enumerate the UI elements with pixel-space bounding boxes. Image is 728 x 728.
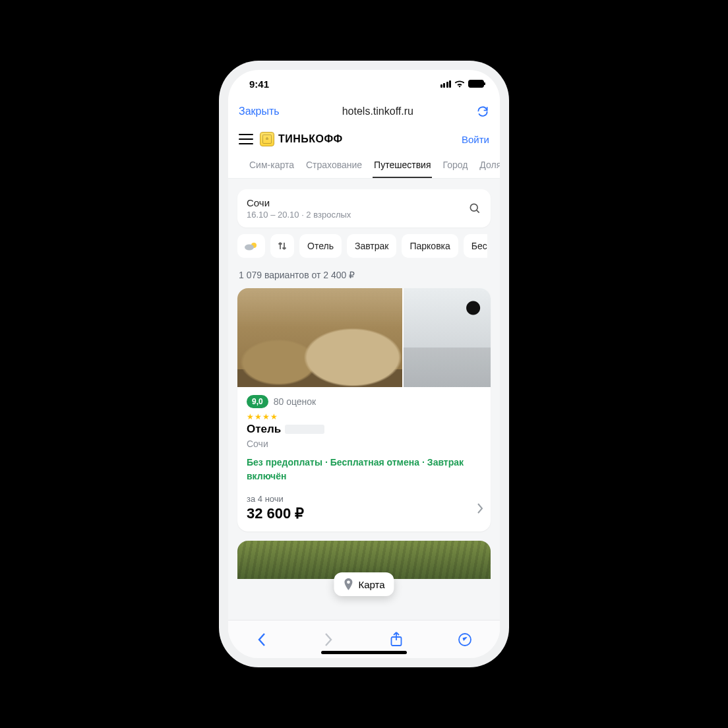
back-icon[interactable]: [256, 632, 268, 647]
hotel-name: Отель: [247, 423, 481, 436]
chip-sort[interactable]: [270, 234, 294, 258]
map-button-label: Карта: [358, 579, 384, 590]
reviews-count: 80 оценок: [274, 396, 317, 407]
rating-badge: 9,0: [247, 395, 268, 408]
status-bar: 9:41: [228, 70, 500, 98]
wifi-icon: [454, 80, 465, 88]
results-count: 1 079 вариантов от 2 400 ₽: [228, 263, 500, 286]
search-icon[interactable]: [468, 202, 481, 215]
tab-city[interactable]: Город: [442, 153, 468, 178]
status-time: 9:41: [249, 78, 269, 90]
chip-breakfast[interactable]: Завтрак: [347, 234, 396, 258]
menu-icon[interactable]: [239, 134, 253, 144]
map-pin-icon: [343, 578, 353, 590]
nights-label: за 4 ночи: [247, 494, 481, 504]
hotel-city: Сочи: [247, 439, 481, 449]
chip-hotel[interactable]: Отель: [299, 234, 342, 258]
reload-icon[interactable]: [476, 105, 489, 118]
chip-weather[interactable]: [237, 234, 265, 258]
tab-travel[interactable]: Путешествия: [374, 153, 431, 178]
safari-icon[interactable]: [458, 632, 472, 647]
login-link[interactable]: Войти: [462, 134, 489, 145]
brand[interactable]: ТИНЬКОФФ: [260, 132, 343, 146]
search-card[interactable]: Сочи 16.10 – 20.10 · 2 взрослых: [237, 189, 491, 228]
browser-close-button[interactable]: Закрыть: [239, 106, 280, 117]
hotel-features: Без предоплаты·Бесплатная отмена·Завтрак…: [247, 456, 481, 483]
search-destination: Сочи: [247, 197, 351, 208]
battery-icon: [468, 80, 484, 88]
phone-frame: 9:41 Закрыть hotels.tinkoff.ru: [219, 61, 509, 667]
status-right: [440, 80, 485, 88]
chip-parking[interactable]: Парковка: [402, 234, 458, 258]
hotel-photo-2: [404, 288, 491, 387]
hotel-card[interactable]: 9,0 80 оценок ★★★★ Отель Сочи Без предоп…: [237, 288, 491, 531]
screen: 9:41 Закрыть hotels.tinkoff.ru: [228, 70, 500, 658]
hotel-gallery[interactable]: [237, 288, 491, 387]
sun-cloud-icon: [244, 241, 258, 251]
chip-cut[interactable]: Бес: [464, 234, 487, 258]
hotel-price: 32 600 ₽: [247, 505, 481, 522]
hotel-name-redacted: [285, 425, 324, 434]
brand-logo-icon: [260, 132, 274, 146]
forward-icon: [322, 632, 334, 647]
site-header: ТИНЬКОФФ Войти и Сим-карта Страхование П…: [228, 125, 500, 179]
filter-chips: Отель Завтрак Парковка Бес: [228, 234, 500, 263]
sort-icon: [277, 241, 288, 251]
search-meta: 16.10 – 20.10 · 2 взрослых: [247, 210, 351, 220]
tab-dolyami[interactable]: Долями: [479, 153, 500, 178]
browser-bar: Закрыть hotels.tinkoff.ru: [228, 98, 500, 125]
tabs: и Сим-карта Страхование Путешествия Горо…: [228, 153, 500, 179]
chevron-right-icon: [476, 502, 484, 514]
svg-point-0: [470, 204, 477, 211]
share-icon[interactable]: [390, 632, 403, 648]
brand-text: ТИНЬКОФФ: [278, 133, 343, 145]
tab-insurance[interactable]: Страхование: [306, 153, 362, 178]
hotel-photo-1: [237, 288, 402, 387]
browser-url[interactable]: hotels.tinkoff.ru: [285, 106, 471, 117]
tab-sim[interactable]: Сим-карта: [249, 153, 294, 178]
star-rating: ★★★★: [247, 412, 481, 421]
home-indicator[interactable]: [321, 651, 407, 654]
cellular-icon: [440, 80, 452, 88]
svg-point-2: [245, 245, 254, 251]
map-button[interactable]: Карта: [334, 572, 394, 596]
